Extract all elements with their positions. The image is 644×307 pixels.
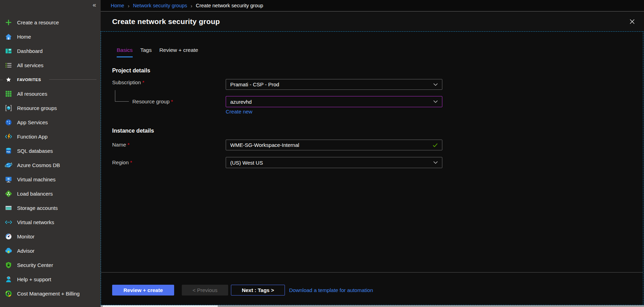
app-services-icon	[5, 118, 13, 126]
resource-group-value: azurevhd	[230, 99, 252, 105]
sidebar-item-all-resources[interactable]: All resources	[0, 87, 101, 101]
advisor-icon	[5, 247, 13, 255]
required-asterisk: *	[171, 99, 173, 104]
region-label: Region*	[112, 157, 132, 168]
title-bar: Create network security group	[101, 12, 644, 31]
sidebar-item-virtual-networks[interactable]: Virtual networks	[0, 215, 101, 229]
resource-group-label-text: Resource group	[132, 99, 170, 104]
sidebar-item-label: All resources	[17, 91, 47, 97]
resource-group-connector-line	[115, 101, 129, 102]
sidebar-item-security-center[interactable]: Security Center	[0, 258, 101, 272]
sidebar-item-dashboard[interactable]: Dashboard	[0, 44, 101, 58]
region-label-text: Region	[112, 159, 129, 165]
close-button[interactable]	[628, 17, 636, 26]
sidebar-item-cost-management-billing[interactable]: $Cost Management + Billing	[0, 286, 101, 301]
create-nsg-panel: Basics Tags Review + create Project deta…	[101, 31, 643, 305]
sidebar-item-label: Storage accounts	[17, 205, 58, 211]
monitor-icon	[5, 233, 13, 241]
virtual-machines-icon	[5, 175, 13, 183]
subscription-label: Subscription*	[112, 77, 144, 88]
breadcrumb-separator-icon: ›	[191, 3, 192, 9]
chevron-down-icon	[433, 83, 438, 86]
resource-group-dropdown[interactable]: azurevhd	[226, 96, 442, 107]
sidebar-item-label: Home	[17, 34, 31, 40]
virtual-networks-icon	[5, 218, 13, 226]
sidebar-item-storage-accounts[interactable]: Storage accounts	[0, 201, 101, 215]
next-tags-button[interactable]: Next : Tags >	[231, 285, 285, 296]
sidebar-item-label: Monitor	[17, 234, 34, 239]
name-label-text: Name	[112, 142, 126, 148]
sidebar-item-label: Virtual machines	[17, 176, 56, 182]
chevron-down-icon	[433, 161, 438, 164]
region-dropdown[interactable]: (US) West US	[226, 157, 442, 168]
sidebar-item-advisor[interactable]: Advisor	[0, 244, 101, 258]
horizontal-scrollbar-thumb[interactable]	[103, 305, 218, 307]
sidebar-item-load-balancers[interactable]: Load balancers	[0, 187, 101, 201]
previous-button[interactable]: < Previous	[182, 285, 228, 296]
tab-bar: Basics Tags Review + create	[117, 47, 198, 57]
valid-check-icon	[433, 143, 438, 147]
subscription-dropdown[interactable]: Pramati - CSP - Prod	[226, 79, 442, 90]
footer-divider	[101, 272, 643, 273]
main-area: Home › Network security groups › Create …	[101, 0, 644, 307]
all-services-icon	[5, 61, 13, 69]
name-value: WME-SG-Workspace-Internal	[230, 142, 299, 148]
sidebar-item-label: App Services	[17, 119, 48, 125]
sidebar-item-label: Create a resource	[17, 19, 59, 25]
sidebar-item-label: Dashboard	[17, 48, 42, 54]
sidebar-item-label: Help + support	[17, 276, 51, 282]
page-title: Create network security group	[112, 17, 220, 26]
breadcrumb-separator-icon: ›	[128, 3, 130, 9]
download-template-link[interactable]: Download a template for automation	[289, 285, 373, 296]
cost-management-icon: $	[5, 290, 13, 298]
breadcrumb-network-security-groups[interactable]: Network security groups	[133, 3, 187, 8]
home-icon	[5, 33, 13, 41]
tab-basics[interactable]: Basics	[117, 47, 133, 57]
dashboard-icon	[5, 47, 13, 55]
name-input[interactable]: WME-SG-Workspace-Internal	[226, 140, 442, 150]
create-resource-icon	[5, 18, 13, 26]
create-new-link[interactable]: Create new	[226, 109, 253, 115]
instance-details-heading: Instance details	[112, 128, 154, 134]
sidebar-item-monitor[interactable]: Monitor	[0, 229, 101, 244]
sidebar-item-label: Security Center	[17, 262, 53, 268]
sidebar-item-sql-databases[interactable]: SQLSQL databases	[0, 144, 101, 158]
sidebar: « Create a resourceHomeDashboardAll serv…	[0, 0, 101, 307]
region-value: (US) West US	[230, 160, 263, 166]
tab-tags[interactable]: Tags	[140, 47, 152, 57]
sidebar-item-function-app[interactable]: Function App	[0, 129, 101, 144]
sidebar-item-label: Azure Cosmos DB	[17, 162, 60, 168]
breadcrumb-home[interactable]: Home	[111, 3, 124, 8]
horizontal-scrollbar[interactable]	[101, 305, 644, 307]
sidebar-item-create-a-resource[interactable]: Create a resource	[0, 15, 101, 30]
sidebar-item-app-services[interactable]: App Services	[0, 115, 101, 129]
required-asterisk: *	[142, 79, 145, 85]
sidebar-item-virtual-machines[interactable]: Virtual machines	[0, 172, 101, 187]
breadcrumb-current-page: Create network security group	[196, 3, 263, 8]
svg-text:$: $	[8, 292, 9, 295]
project-details-heading: Project details	[112, 68, 150, 74]
sidebar-item-home[interactable]: Home	[0, 30, 101, 44]
chevron-down-icon	[433, 100, 438, 103]
sidebar-item-azure-cosmos-db[interactable]: Azure Cosmos DB	[0, 158, 101, 172]
sidebar-item-label: Function App	[17, 134, 48, 140]
tab-review-create[interactable]: Review + create	[159, 47, 198, 57]
sidebar-item-help-support[interactable]: Help + support	[0, 272, 101, 286]
sidebar-collapse-button[interactable]: «	[93, 1, 96, 9]
sidebar-item-label: Virtual networks	[17, 219, 54, 225]
sidebar-item-favorites: FAVORITES	[0, 72, 101, 87]
sidebar-nav: Create a resourceHomeDashboardAll servic…	[0, 15, 101, 301]
sidebar-item-resource-groups[interactable]: Resource groups	[0, 101, 101, 115]
azure-portal-window: « Create a resourceHomeDashboardAll serv…	[0, 0, 644, 307]
all-resources-icon	[5, 90, 13, 98]
resource-groups-icon	[5, 104, 13, 112]
sidebar-item-label: Advisor	[17, 248, 34, 254]
sidebar-item-all-services[interactable]: All services	[0, 58, 101, 72]
required-asterisk: *	[127, 142, 130, 148]
storage-accounts-icon	[5, 204, 13, 212]
sidebar-item-label: Cost Management + Billing	[17, 291, 80, 297]
breadcrumb: Home › Network security groups › Create …	[101, 0, 644, 11]
required-asterisk: *	[130, 159, 132, 165]
review-create-button[interactable]: Review + create	[112, 285, 174, 296]
sidebar-item-label: Resource groups	[17, 105, 57, 111]
